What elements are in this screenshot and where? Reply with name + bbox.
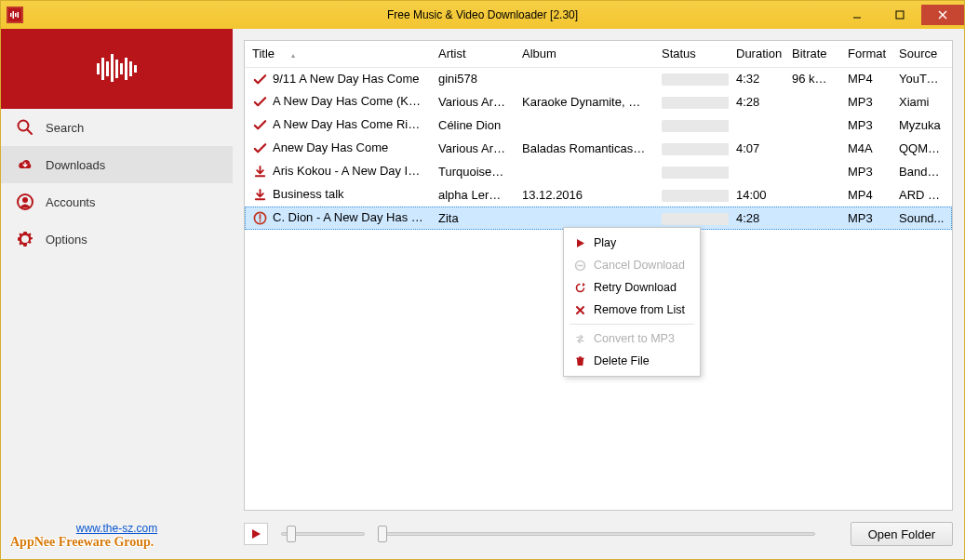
nav: Search Downloads Accounts Options	[1, 109, 233, 258]
menu-item-delete-file[interactable]: Delete File	[564, 350, 700, 372]
play-icon	[573, 236, 586, 249]
column-artist[interactable]: Artist	[431, 41, 515, 67]
cell-bitrate	[784, 183, 840, 207]
table-row[interactable]: A New Day Has Come (Karao...Various Arti…	[245, 90, 952, 113]
remove-icon	[573, 303, 586, 316]
svg-marker-31	[583, 283, 585, 287]
sidebar-item-label: Downloads	[46, 158, 105, 172]
svg-marker-36	[252, 529, 261, 539]
cell-duration: 14:00	[729, 183, 784, 207]
cell-bitrate	[784, 137, 840, 160]
svg-rect-35	[579, 356, 582, 358]
cell-duration	[729, 160, 784, 183]
cell-album	[515, 113, 654, 137]
cell-source: ARD M...	[891, 183, 952, 207]
svg-rect-1	[10, 13, 12, 17]
cell-source: YouTube	[891, 67, 952, 90]
sidebar-item-downloads[interactable]: Downloads	[1, 146, 233, 183]
menu-item-label: Remove from List	[594, 303, 685, 316]
cell-album	[515, 67, 654, 90]
download-icon	[252, 165, 267, 180]
menu-item-label: Play	[594, 236, 616, 249]
cell-title: Business talk	[273, 187, 344, 201]
cell-bitrate: 96 kbps	[784, 67, 840, 90]
column-title[interactable]: Title▴	[245, 41, 431, 67]
cell-source: Xiami	[891, 90, 952, 113]
bottom-toolbar: Open Folder	[244, 518, 953, 550]
check-icon	[252, 118, 267, 133]
check-icon	[252, 95, 267, 110]
svg-rect-14	[120, 63, 123, 74]
check-icon	[252, 141, 267, 156]
column-bitrate[interactable]: Bitrate	[784, 41, 840, 67]
cell-status	[654, 160, 729, 183]
menu-item-retry-download[interactable]: Retry Download	[564, 276, 700, 299]
cell-title: A New Day Has Come (Karao...	[273, 94, 431, 108]
cell-artist: Various Artists	[431, 90, 515, 113]
table-row[interactable]: Aris Kokou - A New Day Is C...Turquoise-…	[245, 160, 952, 183]
cell-title: Anew Day Has Come	[273, 140, 388, 154]
close-button[interactable]	[921, 5, 964, 25]
cell-album: Baladas Romanticas - In...	[515, 137, 654, 160]
cell-title: A New Day Has Come Rick ...	[273, 117, 431, 131]
retry-icon	[573, 281, 586, 294]
cell-artist: Céline Dion	[431, 113, 515, 137]
cell-source: QQMu...	[891, 137, 952, 160]
check-icon	[252, 72, 267, 87]
column-source[interactable]: Source	[891, 41, 952, 67]
menu-item-label: Retry Download	[594, 281, 677, 294]
footer-link: www.the-sz.com	[1, 515, 233, 535]
gear-icon	[16, 230, 34, 248]
cell-source: BandC...	[891, 160, 952, 183]
person-icon	[16, 193, 34, 211]
svg-marker-28	[577, 239, 584, 247]
sidebar-item-search[interactable]: Search	[1, 109, 233, 146]
cell-artist: gini578	[431, 67, 515, 90]
column-status[interactable]: Status	[654, 41, 729, 67]
table-row[interactable]: 9/11 A New Day Has Comegini5784:3296 kbp…	[245, 67, 952, 90]
sidebar-item-accounts[interactable]: Accounts	[1, 183, 233, 220]
cell-artist: Turquoise-R...	[431, 160, 515, 183]
cell-format: M4A	[840, 137, 891, 160]
open-folder-button[interactable]: Open Folder	[851, 522, 953, 546]
volume-slider[interactable]	[281, 525, 365, 543]
sidebar: Search Downloads Accounts Options www.th…	[1, 29, 233, 559]
table-row[interactable]: Anew Day Has ComeVarious ArtistsBaladas …	[245, 137, 952, 160]
cell-bitrate	[784, 113, 840, 137]
play-button[interactable]	[244, 523, 268, 545]
svg-rect-4	[18, 12, 20, 18]
cell-album	[515, 160, 654, 183]
window-controls	[836, 5, 964, 25]
svg-rect-17	[134, 65, 137, 73]
sidebar-item-options[interactable]: Options	[1, 220, 233, 258]
cell-status	[654, 67, 729, 90]
seek-slider[interactable]	[378, 525, 815, 543]
column-format[interactable]: Format	[840, 41, 891, 67]
window-title: Free Music & Video Downloader [2.30]	[1, 8, 964, 21]
cell-bitrate	[784, 160, 840, 183]
sidebar-item-label: Search	[46, 121, 84, 135]
maximize-button[interactable]	[878, 5, 921, 25]
convert-icon	[573, 332, 586, 345]
table-row[interactable]: A New Day Has Come Rick ...Céline DionMP…	[245, 113, 952, 137]
column-duration[interactable]: Duration	[729, 41, 784, 67]
column-album[interactable]: Album	[515, 41, 654, 67]
titlebar[interactable]: Free Music & Video Downloader [2.30]	[1, 1, 964, 29]
app-icon	[7, 7, 23, 23]
table-row[interactable]: Business talkalpha Lernen13.12.201614:00…	[245, 183, 952, 207]
table-header: Title▴ Artist Album Status Duration Bitr…	[245, 41, 952, 67]
content: Search Downloads Accounts Options www.th…	[1, 29, 964, 559]
table-body: 9/11 A New Day Has Comegini5784:3296 kbp…	[245, 67, 952, 230]
minimize-button[interactable]	[836, 5, 878, 25]
search-icon	[16, 118, 34, 137]
context-menu[interactable]: PlayCancel DownloadRetry DownloadRemove …	[563, 227, 701, 377]
cell-album: 13.12.2016	[515, 183, 654, 207]
menu-item-play[interactable]: Play	[564, 232, 700, 254]
svg-rect-9	[97, 63, 100, 74]
svg-line-19	[28, 130, 33, 135]
svg-rect-11	[106, 61, 109, 76]
homepage-link[interactable]: www.the-sz.com	[76, 522, 157, 535]
menu-item-remove-from-list[interactable]: Remove from List	[564, 299, 700, 321]
cell-duration: 4:28	[729, 207, 784, 230]
download-icon	[252, 188, 267, 203]
